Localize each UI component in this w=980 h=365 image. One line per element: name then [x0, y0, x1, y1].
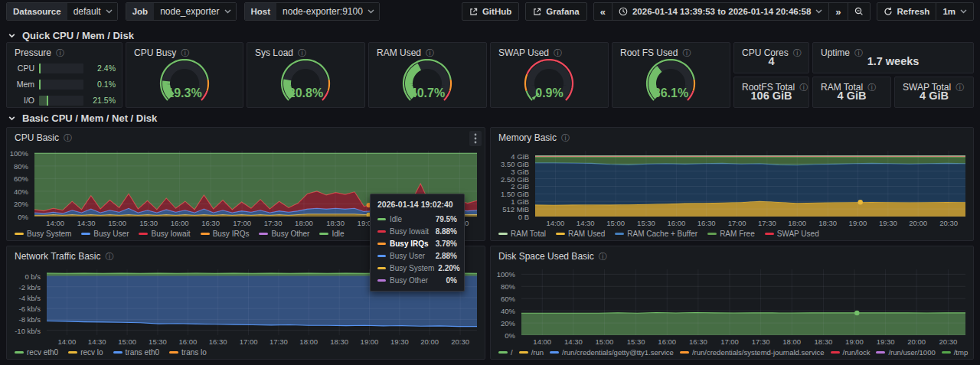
legend-item[interactable]: /tmp — [942, 348, 968, 357]
github-link-button[interactable]: GitHub — [462, 2, 519, 21]
x-axis-label: 15:00 — [103, 219, 131, 227]
y-axis-label: 80% — [501, 282, 515, 291]
legend-item[interactable]: RAM Free — [707, 230, 755, 238]
legend-swatch — [498, 233, 508, 235]
x-axis-label: 17:30 — [753, 219, 781, 227]
rootfs-total-stat-panel: RootFS Totalⓘ 106 GiB — [733, 77, 809, 108]
legend-item[interactable]: Busy Iowait — [139, 230, 190, 238]
host-value: node-exporter:9100 — [283, 3, 363, 20]
y-axis: 0 B512 MiB1 GiB1.50 GiB2 GiB2.50 GiB3 Gi… — [491, 151, 534, 217]
legend-item[interactable]: /run/credentials/systemd-journald.servic… — [680, 348, 825, 357]
datasource-variable[interactable]: Datasource default — [6, 2, 118, 21]
uptime-stat-panel: Uptimeⓘ 1.7 weeks — [812, 42, 974, 73]
series-swatch — [377, 279, 386, 282]
legend-item[interactable]: /run — [519, 348, 544, 357]
job-variable[interactable]: Job node_exporter — [126, 2, 237, 21]
legend-item[interactable]: Busy Other — [259, 230, 309, 238]
tooltip-row: Busy Other0% — [371, 274, 464, 286]
legend-swatch — [498, 351, 508, 354]
info-icon[interactable]: ⓘ — [599, 253, 607, 261]
legend-item[interactable]: SWAP Used — [765, 230, 819, 238]
external-link-icon — [469, 8, 478, 16]
x-axis-label: 15:30 — [144, 337, 172, 346]
legend-swatch — [615, 233, 624, 235]
time-range-button[interactable]: 2026-01-14 13:39:53 to 2026-01-14 20:46:… — [612, 3, 828, 20]
section-quick-cpu-mem-disk[interactable]: Quick CPU / Mem / Disk — [8, 30, 134, 41]
legend-item[interactable]: / — [498, 348, 513, 357]
chart-tooltip: 2026-01-14 19:02:40 Idle79.5%Busy Iowait… — [370, 194, 465, 292]
info-icon[interactable]: ⓘ — [105, 253, 113, 261]
x-axis-label: 14:00 — [528, 337, 556, 346]
x-axis-label: 16:30 — [204, 337, 232, 346]
root-fs-used-gauge-panel: Root FS Usedⓘ 36.1% — [612, 42, 730, 108]
legend-item[interactable]: /run/user/1000 — [876, 348, 935, 357]
tooltip-row: Busy User2.88% — [371, 249, 464, 262]
panel-menu-button[interactable] — [469, 131, 482, 146]
stat-value: 4 — [734, 55, 808, 67]
info-icon[interactable]: ⓘ — [56, 49, 64, 57]
gauge-value: 40.7% — [369, 86, 486, 100]
legend-item[interactable]: Idle — [319, 230, 344, 238]
section-basic-cpu-mem-net-disk[interactable]: Basic CPU / Mem / Net / Disk — [8, 112, 157, 124]
x-axis-label: 18:30 — [322, 219, 349, 227]
refresh-interval-select[interactable]: 1m — [936, 3, 973, 20]
stat-value: 1.7 weeks — [813, 55, 973, 67]
info-icon[interactable]: ⓘ — [554, 49, 562, 57]
legend-item[interactable]: RAM Cache + Buffer — [615, 230, 697, 238]
info-icon[interactable]: ⓘ — [426, 49, 434, 57]
plot-area[interactable] — [535, 151, 965, 217]
refresh-button[interactable]: Refresh — [877, 3, 936, 20]
x-axis-label: 15:30 — [632, 219, 660, 227]
stat-value: 106 GiB — [734, 90, 808, 102]
y-axis-label: 3.50 GiB — [501, 160, 529, 168]
series-swatch — [377, 243, 386, 245]
info-icon[interactable]: ⓘ — [682, 49, 691, 57]
info-icon[interactable]: ⓘ — [561, 134, 570, 142]
zoom-out-time-button[interactable] — [848, 3, 870, 20]
refresh-picker: Refresh 1m — [877, 2, 974, 21]
time-range-text: 2026-01-14 13:39:53 to 2026-01-14 20:46:… — [632, 7, 811, 16]
y-axis-label: 40% — [14, 187, 28, 196]
ram-total-stat-panel: RAM Totalⓘ 4 GiB — [812, 77, 891, 108]
info-icon[interactable]: ⓘ — [181, 49, 189, 57]
legend-item[interactable]: trans lo — [169, 348, 207, 357]
x-axis-label: 15:00 — [590, 337, 618, 346]
datasource-label: Datasource — [7, 3, 67, 20]
info-icon[interactable]: ⓘ — [298, 49, 306, 57]
info-icon[interactable]: ⓘ — [64, 134, 72, 142]
legend-swatch — [519, 351, 528, 354]
grafana-link-button[interactable]: Grafana — [525, 2, 586, 21]
memory-basic-chart-panel: Memory Basicⓘ 0 B512 MiB1 GiB1.50 GiB2 G… — [490, 127, 974, 241]
x-axis-label: 18:30 — [325, 337, 353, 346]
time-shift-back-button[interactable]: « — [594, 3, 612, 20]
x-axis-label: 20:00 — [416, 337, 443, 346]
legend-swatch — [707, 233, 717, 235]
y-axis-label: 0 B — [518, 213, 529, 221]
y-axis-label: 20% — [14, 200, 28, 208]
legend-item[interactable]: /run/lock — [831, 348, 871, 357]
legend-item[interactable]: Busy IRQs — [201, 230, 250, 238]
host-label: Host — [245, 3, 277, 20]
legend-item[interactable]: RAM Used — [556, 230, 605, 238]
x-axis-label: 15:30 — [135, 219, 162, 227]
x-axis-label: 14:00 — [53, 337, 80, 346]
legend-item[interactable]: RAM Total — [498, 230, 546, 238]
chevron-down-icon — [960, 9, 967, 14]
x-axis-label: 16:00 — [166, 219, 194, 227]
gauge-value: 20.8% — [247, 86, 364, 100]
chevron-down-icon — [224, 9, 231, 14]
x-axis-label: 19:30 — [386, 337, 413, 346]
x-axis: 14:0014:3015:0015:3016:0016:3017:0017:30… — [535, 219, 965, 228]
host-variable[interactable]: Host node-exporter:9100 — [244, 2, 380, 21]
y-axis-label: 80% — [14, 162, 28, 171]
legend-item[interactable]: trans eth0 — [113, 348, 159, 357]
legend-item[interactable]: Busy User — [81, 230, 129, 238]
plot-area[interactable] — [521, 269, 965, 335]
y-axis-label: 40% — [501, 307, 515, 315]
x-axis: 14:0014:3015:0015:3016:0016:3017:0017:30… — [521, 337, 965, 347]
legend-item[interactable]: recv lo — [68, 348, 103, 357]
legend-item[interactable]: recv eth0 — [15, 348, 58, 357]
time-shift-forward-button[interactable]: » — [828, 3, 847, 20]
legend-item[interactable]: Busy System — [15, 230, 71, 238]
legend-item[interactable]: /run/credentials/getty@tty1.service — [550, 348, 674, 357]
